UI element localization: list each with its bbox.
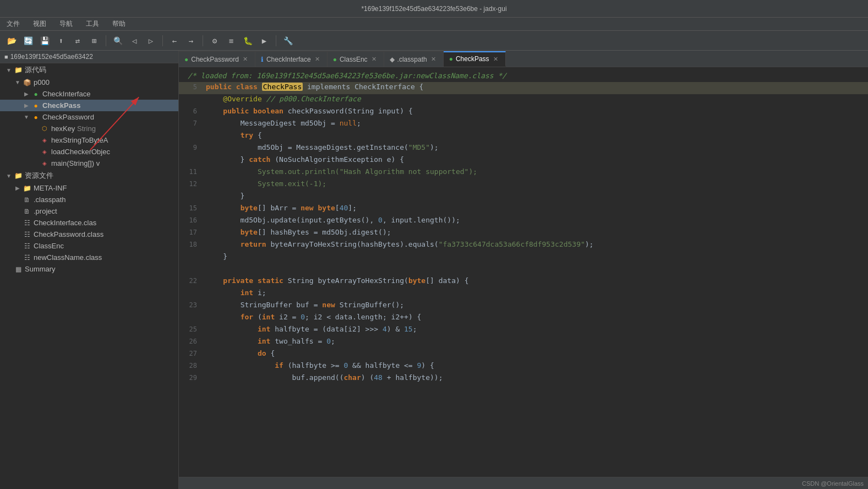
hex-string-method-icon: ◈: [40, 137, 50, 143]
tab-classpath[interactable]: ◆ .classpath ✕: [384, 51, 444, 67]
tab-check-pass[interactable]: ● CheckPass ✕: [444, 51, 506, 67]
refresh-button[interactable]: 🔄: [21, 34, 35, 48]
tab-check-interface-label: CheckInterface: [266, 56, 311, 63]
sidebar-item-checkinterface-class[interactable]: ▶ ☷ CheckInterface.clas: [0, 217, 178, 229]
sidebar-item-summary[interactable]: ▶ ▦ Summary: [0, 263, 178, 275]
search-prev-button[interactable]: ◁: [127, 34, 141, 48]
search-button[interactable]: 🔍: [111, 34, 125, 48]
expand-check-pass-icon: ▶: [22, 102, 31, 108]
check-interface-label: CheckInterface: [42, 90, 90, 98]
tab-classpath-close[interactable]: ✕: [430, 56, 438, 63]
file-comment: /* loaded from: 169e139f152e45d5ae634223…: [179, 67, 868, 82]
sidebar-item-check-interface[interactable]: ▶ ● CheckInterface: [0, 88, 178, 100]
line-number-25: 25: [179, 325, 204, 333]
sidebar-item-newclassname[interactable]: ▶ ☷ newClassName.class: [0, 252, 178, 263]
sidebar-item-checkpassword-class[interactable]: ▶ ☷ CheckPassword.class: [0, 229, 178, 240]
line-content-27: do {: [204, 349, 868, 357]
sidebar-item-res-root[interactable]: ▼ 📁 资源文件: [0, 169, 178, 182]
line-content-16: md5Obj.update(input.getBytes(), 0, input…: [204, 216, 868, 224]
code-area[interactable]: /* loaded from: 169e139f152e45d5ae634223…: [179, 67, 868, 477]
status-bar: CSDN @OrientalGlass: [179, 477, 868, 489]
decompile-button[interactable]: ⚙: [208, 34, 222, 48]
export-button[interactable]: ⬆: [54, 34, 68, 48]
sidebar-item-p000[interactable]: ▼ 📦 p000: [0, 77, 178, 88]
code-line-12: 12 System.exit(-1);: [179, 179, 868, 191]
line-number-9: 9: [179, 144, 204, 151]
tab-classenc-close[interactable]: ✕: [370, 56, 378, 63]
sidebar-item-main-method[interactable]: ▶ ◈ main(String[]) v: [0, 157, 178, 169]
tab-check-pass-close[interactable]: ✕: [492, 55, 500, 63]
line-content-7: MessageDigest md5Obj = null;: [204, 119, 868, 127]
settings-button[interactable]: 🔧: [281, 34, 295, 48]
line-content-29: buf.append((char) (48 + halfbyte));: [204, 373, 868, 382]
tab-check-password-close[interactable]: ✕: [242, 56, 249, 63]
expand-check-password-icon: ▼: [22, 114, 31, 120]
sidebar: ■ 169e139f152e45d5ae63422 ▼ 📁 源代码 ▼ 📦 p0…: [0, 51, 179, 489]
sidebar-header-label: ■: [4, 53, 8, 60]
line-content-override: @Override // p000.CheckInterface: [204, 95, 868, 103]
p000-label: p000: [34, 78, 50, 86]
source-folder-icon: 📁: [13, 66, 23, 74]
menu-item-文件[interactable]: 文件: [4, 18, 22, 30]
toolbar: 📂 🔄 💾 ⬆ ⇄ ⊞ 🔍 ◁ ▷ ← → ⚙ ≡ 🐛 ▶ 🔧: [0, 31, 868, 51]
status-text: CSDN @OrientalGlass: [802, 480, 864, 487]
expand-res-icon: ▼: [4, 173, 13, 179]
toolbar-separator-2: [162, 35, 163, 46]
code-line-int-i: int i;: [179, 288, 868, 300]
tab-check-password[interactable]: ● CheckPassword ✕: [179, 51, 255, 67]
sidebar-item-hex-string[interactable]: ▶ ◈ hexStringToByteA: [0, 134, 178, 146]
sidebar-item-source-root[interactable]: ▼ 📁 源代码: [0, 63, 178, 77]
smali-button[interactable]: ≡: [224, 34, 238, 48]
code-line-9: 9 md5Obj = MessageDigest.getInstance("MD…: [179, 143, 868, 155]
sidebar-item-hex-key[interactable]: ▶ ⬡ hexKey String: [0, 123, 178, 134]
sync-button[interactable]: ⇄: [70, 34, 85, 48]
sidebar-item-meta-inf[interactable]: ▶ 📁 META-INF: [0, 182, 178, 194]
hex-string-label: hexStringToByteA: [51, 136, 108, 144]
back-button[interactable]: ←: [167, 34, 182, 48]
line-number-18: 18: [179, 241, 204, 248]
code-line-6: 6 public boolean checkPassword(String in…: [179, 106, 868, 118]
toolbar-separator-3: [203, 35, 203, 46]
code-line-15: 15 byte[] bArr = new byte[40];: [179, 203, 868, 215]
menu-item-导航[interactable]: 导航: [57, 18, 75, 30]
code-line-catch: } catch (NoSuchAlgorithmException e) {: [179, 155, 868, 167]
debugger-button[interactable]: 🐛: [241, 34, 255, 48]
menu-item-帮助[interactable]: 帮助: [110, 18, 128, 30]
search-next-button[interactable]: ▷: [144, 34, 158, 48]
layout-button[interactable]: ⊞: [87, 34, 101, 48]
code-line-18: 18 return byteArrayToHexString(hashBytes…: [179, 240, 868, 252]
checkinterface-class-label: CheckInterface.clas: [34, 219, 96, 227]
forward-button[interactable]: →: [184, 34, 198, 48]
menu-item-工具[interactable]: 工具: [84, 18, 101, 30]
classpath-label: .classpath: [34, 195, 66, 204]
sidebar-item-classenc[interactable]: ▶ ☷ ClassEnc: [0, 240, 178, 252]
sidebar-title: 169e139f152e45d5ae63422: [10, 53, 93, 61]
line-number-26: 26: [179, 338, 204, 345]
line-content-5: public class CheckPass implements CheckI…: [204, 83, 868, 91]
tabs-bar: ● CheckPassword ✕ ℹ CheckInterface ✕ ● C…: [179, 51, 868, 67]
code-line-5: 5 public class CheckPass implements Chec…: [179, 82, 868, 94]
save-button[interactable]: 💾: [37, 34, 52, 48]
hex-key-label: hexKey String: [51, 124, 96, 133]
expand-meta-inf-icon: ▶: [13, 185, 22, 191]
classpath-file-icon: 🗎: [22, 196, 32, 204]
sidebar-tree: ▼ 📁 源代码 ▼ 📦 p000 ▶ ● CheckInterface: [0, 63, 178, 275]
sidebar-item-project[interactable]: ▶ 🗎 .project: [0, 205, 178, 217]
checkpassword-class-label: CheckPassword.class: [34, 230, 103, 238]
open-button[interactable]: 📂: [4, 34, 19, 48]
newclassname-label: newClassName.class: [34, 253, 102, 262]
line-content-try: try {: [204, 131, 868, 139]
tab-check-interface-close[interactable]: ✕: [314, 56, 321, 63]
menu-item-视图[interactable]: 视图: [31, 18, 48, 30]
sidebar-item-classpath[interactable]: ▶ 🗎 .classpath: [0, 194, 178, 205]
sidebar-item-check-pass[interactable]: ▶ ● CheckPass: [0, 100, 178, 111]
line-number-11: 11: [179, 168, 204, 176]
tab-check-interface[interactable]: ℹ CheckInterface ✕: [255, 51, 327, 67]
run-button[interactable]: ▶: [257, 34, 271, 48]
sidebar-item-load-checker[interactable]: ▶ ◈ loadCheckerObjec: [0, 146, 178, 157]
sidebar-item-check-password[interactable]: ▼ ● CheckPassword: [0, 111, 178, 123]
tab-check-pass-icon: ●: [449, 55, 453, 63]
summary-label: Summary: [25, 265, 56, 273]
line-number-22: 22: [179, 277, 204, 285]
tab-classenc[interactable]: ● ClassEnc ✕: [327, 51, 384, 67]
